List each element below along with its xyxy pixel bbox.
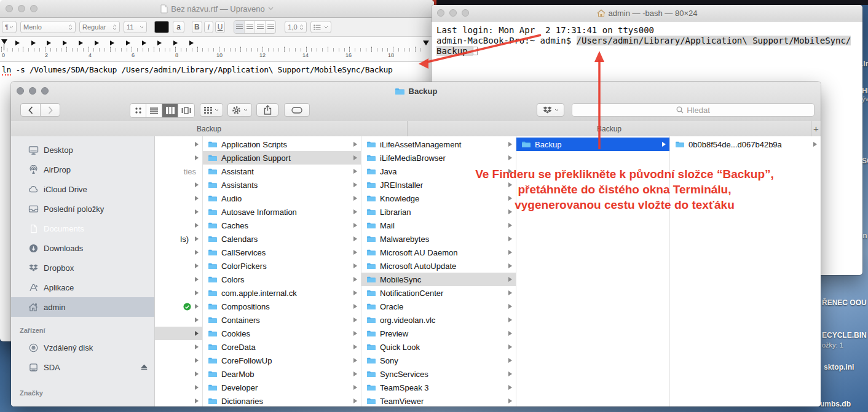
textedit-traffic-lights[interactable] (6, 5, 37, 12)
partial-column-row[interactable] (155, 327, 202, 340)
icon-view-button[interactable] (130, 104, 146, 117)
file-row[interactable]: NotificationCenter (361, 286, 516, 300)
document-text[interactable]: ln -s /Volumes/SDA/Backup /Users/admin/L… (0, 62, 434, 74)
file-row[interactable]: CoreData (203, 340, 361, 354)
file-row[interactable]: Application Scripts (203, 138, 361, 151)
sidebar-item[interactable]: Dropbox (11, 258, 154, 278)
file-row[interactable]: ColorPickers (203, 259, 361, 273)
minimize-button[interactable] (29, 87, 36, 95)
file-row[interactable]: Containers (203, 313, 361, 327)
underline-button[interactable]: U (215, 21, 226, 33)
file-row[interactable]: Developer (203, 381, 361, 394)
file-row[interactable]: Assistant (203, 165, 361, 178)
align-center-button[interactable] (245, 21, 255, 33)
column-view-button[interactable] (162, 104, 178, 117)
file-row[interactable]: TeamSpeak 3 (361, 381, 516, 394)
partial-column-row[interactable]: ties (155, 165, 202, 178)
file-row[interactable]: Microsoft AutoUpdate (361, 259, 516, 273)
file-row[interactable]: Malwarebytes (361, 232, 516, 246)
list-view-button[interactable] (146, 104, 162, 117)
sidebar-item[interactable]: Desktop (11, 140, 154, 160)
bold-button[interactable]: B (192, 21, 202, 33)
share-button[interactable] (256, 103, 278, 117)
file-row[interactable]: Audio (203, 192, 361, 205)
file-row[interactable]: Quick Look (361, 340, 516, 354)
italic-button[interactable]: I (204, 21, 213, 33)
file-row[interactable]: Assistants (203, 178, 361, 192)
sidebar-item[interactable]: iCloud Drive (11, 179, 154, 199)
tab-stop-icon[interactable] (47, 41, 51, 45)
file-row[interactable]: Dictionaries (203, 394, 361, 406)
close-button[interactable] (437, 9, 444, 17)
partial-column-row[interactable] (155, 219, 202, 232)
misspelled-word[interactable]: ln (2, 65, 11, 76)
file-row[interactable]: CallServices (203, 246, 361, 259)
dropbox-toolbar-button[interactable] (537, 103, 564, 117)
partial-column-row[interactable] (155, 300, 202, 313)
partial-column-row[interactable] (155, 394, 202, 406)
terminal-output[interactable]: Last login: Mon Apr 2 17:31:41 on ttys00… (432, 21, 862, 60)
sidebar-item[interactable]: Vzdálený disk (11, 338, 154, 357)
partial-column-row[interactable] (155, 367, 202, 381)
sidebar-item[interactable]: Aplikace (11, 278, 154, 297)
file-row[interactable]: Autosave Information (203, 205, 361, 219)
file-row[interactable]: iLifeAssetManagement (361, 138, 516, 151)
file-row[interactable]: Colors (203, 273, 361, 286)
sidebar-item[interactable]: Documents (11, 219, 154, 238)
tab-stop-icon[interactable] (31, 41, 36, 45)
file-row[interactable]: Knowledge (361, 192, 516, 205)
partial-column-row[interactable] (155, 259, 202, 273)
font-size-select[interactable]: 11 (124, 21, 147, 33)
partial-column-row[interactable] (155, 313, 202, 327)
file-row[interactable]: Sony (361, 354, 516, 367)
file-row[interactable]: Calendars (203, 232, 361, 246)
sidebar-item[interactable]: admin (11, 297, 154, 317)
file-row[interactable]: Backup (516, 138, 669, 151)
add-column-button[interactable]: + (811, 121, 821, 136)
path-header-cell[interactable]: Backup (408, 121, 811, 136)
tab-stop-icon[interactable] (157, 41, 162, 45)
tab-stop-icon[interactable] (110, 41, 114, 45)
file-row[interactable]: DearMob (203, 367, 361, 381)
file-row[interactable]: MobileSync (361, 273, 516, 286)
tab-stop-icon[interactable] (142, 41, 146, 45)
partial-column-row[interactable] (155, 246, 202, 259)
terminal-titlebar[interactable]: admin — -bash — 80×24 (432, 5, 862, 21)
file-row[interactable]: Oracle (361, 300, 516, 313)
minimize-button[interactable] (449, 9, 457, 17)
tab-stop-icon[interactable] (15, 41, 20, 45)
close-button[interactable] (6, 5, 13, 12)
file-row[interactable]: iLifeMediaBrowser (361, 151, 516, 165)
file-row[interactable]: Application Support (203, 151, 361, 165)
tags-button[interactable] (284, 103, 310, 117)
sidebar-item[interactable]: Poslední položky (11, 199, 154, 219)
align-left-button[interactable] (234, 21, 245, 33)
text-color-well[interactable] (154, 21, 169, 33)
line-spacing-select[interactable]: 1,0 (285, 21, 307, 33)
sidebar-item[interactable]: Downloads (11, 238, 154, 258)
terminal-traffic-lights[interactable] (437, 9, 469, 17)
list-style-select[interactable] (310, 21, 331, 33)
eject-icon[interactable] (140, 364, 148, 371)
search-input[interactable]: Hledat (572, 103, 815, 117)
finder-traffic-lights[interactable] (17, 87, 49, 95)
file-row[interactable]: Preview (361, 327, 516, 340)
file-row[interactable]: Microsoft AU Daemon (361, 246, 516, 259)
partial-column-row[interactable] (155, 192, 202, 205)
sidebar-item[interactable]: SDA (11, 357, 154, 377)
partial-column-row[interactable] (155, 138, 202, 151)
path-header-cell[interactable]: Backup (11, 121, 408, 136)
partial-column-row[interactable] (155, 340, 202, 354)
arrange-button[interactable] (200, 103, 223, 117)
tab-stop-icon[interactable] (126, 41, 130, 45)
tab-stop-icon[interactable] (173, 41, 178, 45)
first-line-indent-marker[interactable] (1, 39, 7, 44)
partial-column-row[interactable]: ls) (155, 232, 202, 246)
finder-toolbar-area[interactable]: Backup (11, 82, 821, 122)
partial-column-row[interactable] (155, 381, 202, 394)
typeface-select[interactable]: Regular (79, 21, 120, 33)
align-right-button[interactable] (255, 21, 266, 33)
back-button[interactable] (20, 103, 41, 117)
character-styles-button[interactable]: a (173, 21, 184, 33)
action-button[interactable] (227, 103, 252, 117)
